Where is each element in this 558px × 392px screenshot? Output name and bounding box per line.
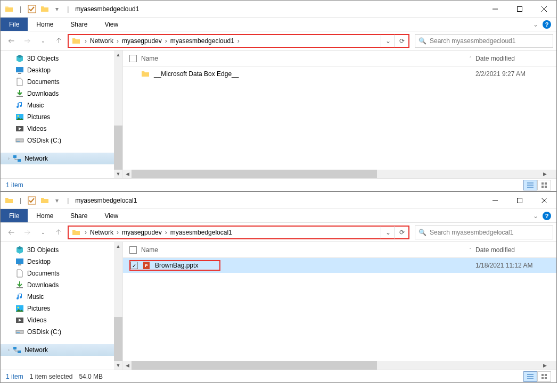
- scrollbar-vertical[interactable]: ▲▼: [114, 51, 122, 178]
- address-dropdown[interactable]: ⌄: [381, 35, 395, 47]
- sidebar-item-osdisk[interactable]: OSDisk (C:): [1, 135, 122, 146]
- breadcrumb-segment[interactable]: myasesmbedgecloud1: [168, 37, 236, 45]
- search-box[interactable]: 🔍: [415, 226, 553, 239]
- sidebar-item-downloads[interactable]: Downloads: [1, 88, 122, 99]
- file-row[interactable]: ✓ P BrownBag.pptx 1/18/2021 11:12 AM: [123, 258, 556, 273]
- file-list[interactable]: Name ˆ Date modified ✓ P BrownBag.pptx 1…: [123, 242, 556, 370]
- maximize-button[interactable]: [507, 192, 532, 209]
- icons-view-button[interactable]: [537, 371, 551, 382]
- sidebar-item-videos[interactable]: Videos: [1, 123, 122, 135]
- recent-dropdown[interactable]: ⌄: [36, 225, 51, 240]
- file-row[interactable]: __Microsoft Data Box Edge__ 2/2/2021 9:2…: [123, 66, 556, 81]
- scroll-up-icon[interactable]: ▲: [114, 242, 122, 251]
- home-tab[interactable]: Home: [28, 18, 62, 31]
- chevron-down-icon[interactable]: ⌄: [533, 21, 538, 28]
- sidebar-item-desktop[interactable]: Desktop: [1, 256, 122, 268]
- sidebar-item-documents[interactable]: Documents: [1, 76, 122, 88]
- sidebar-item-network[interactable]: ›Network: [1, 153, 122, 164]
- share-tab[interactable]: Share: [62, 18, 96, 31]
- address-bar[interactable]: › Network › myasegpudev › myasesmbedgecl…: [68, 34, 409, 48]
- scroll-down-icon[interactable]: ▼: [114, 170, 122, 178]
- file-name[interactable]: BrownBag.pptx: [155, 262, 198, 269]
- nav-pane[interactable]: 3D Objects Desktop Documents Downloads M…: [1, 51, 123, 178]
- chevron-right-icon[interactable]: ›: [8, 347, 10, 353]
- view-tab[interactable]: View: [96, 18, 127, 31]
- scroll-left-icon[interactable]: ◀: [123, 170, 132, 178]
- share-tab[interactable]: Share: [62, 209, 96, 222]
- scrollbar-horizontal[interactable]: ◀▶: [123, 361, 549, 370]
- chevron-right-icon[interactable]: ›: [116, 37, 120, 45]
- sidebar-item-desktop[interactable]: Desktop: [1, 64, 122, 76]
- maximize-button[interactable]: [507, 1, 532, 18]
- scroll-thumb[interactable]: [132, 361, 377, 370]
- refresh-button[interactable]: ⟳: [395, 35, 408, 47]
- search-input[interactable]: [430, 229, 549, 236]
- dropdown-icon[interactable]: ▾: [55, 5, 59, 13]
- details-view-button[interactable]: [523, 180, 537, 190]
- sort-indicator-icon[interactable]: ˆ: [470, 56, 471, 61]
- recent-dropdown[interactable]: ⌄: [36, 34, 51, 48]
- chevron-right-icon[interactable]: ›: [164, 229, 168, 236]
- select-all-checkbox[interactable]: [129, 246, 137, 254]
- up-button[interactable]: 🡡: [52, 225, 67, 240]
- file-tab[interactable]: File: [1, 209, 28, 222]
- column-date[interactable]: Date modified: [475, 55, 550, 62]
- file-name[interactable]: __Microsoft Data Box Edge__: [154, 70, 471, 78]
- column-name[interactable]: Name: [141, 55, 158, 62]
- chevron-right-icon[interactable]: ›: [116, 229, 120, 236]
- back-button[interactable]: 🡠: [4, 225, 19, 240]
- chevron-right-icon[interactable]: ›: [164, 37, 168, 45]
- address-bar[interactable]: › Network › myasegpudev › myasesmbedgelo…: [68, 226, 409, 239]
- view-tab[interactable]: View: [96, 209, 127, 222]
- chevron-right-icon[interactable]: ›: [84, 229, 88, 236]
- up-button[interactable]: 🡡: [52, 34, 67, 48]
- scroll-down-icon[interactable]: ▼: [114, 361, 122, 370]
- search-box[interactable]: 🔍: [415, 34, 553, 48]
- sidebar-item-videos[interactable]: Videos: [1, 314, 122, 326]
- breadcrumb-segment[interactable]: Network: [88, 229, 116, 236]
- file-tab[interactable]: File: [1, 18, 28, 31]
- address-dropdown[interactable]: ⌄: [381, 226, 395, 239]
- chevron-right-icon[interactable]: ›: [84, 37, 88, 45]
- sidebar-item-osdisk[interactable]: OSDisk (C:): [1, 326, 122, 338]
- chevron-right-icon[interactable]: ›: [236, 37, 241, 45]
- breadcrumb-segment[interactable]: myasegpudev: [120, 37, 164, 45]
- dropdown-icon[interactable]: ▾: [55, 197, 59, 204]
- sidebar-item-pictures[interactable]: Pictures: [1, 303, 122, 314]
- help-icon[interactable]: ?: [543, 20, 551, 29]
- close-button[interactable]: [532, 1, 556, 18]
- scroll-right-icon[interactable]: ▶: [540, 170, 549, 178]
- help-icon[interactable]: ?: [543, 212, 551, 220]
- scroll-thumb[interactable]: [114, 317, 122, 361]
- chevron-right-icon[interactable]: ›: [8, 156, 10, 161]
- scroll-up-icon[interactable]: ▲: [114, 51, 122, 59]
- scroll-left-icon[interactable]: ◀: [123, 361, 132, 370]
- scroll-thumb[interactable]: [114, 126, 122, 170]
- minimize-button[interactable]: [483, 192, 507, 209]
- minimize-button[interactable]: [483, 1, 507, 18]
- nav-pane[interactable]: 3D Objects Desktop Documents Downloads M…: [1, 242, 123, 370]
- back-button[interactable]: 🡠: [4, 34, 19, 48]
- scrollbar-vertical[interactable]: ▲▼: [114, 242, 122, 370]
- checkbox-icon[interactable]: [28, 5, 36, 13]
- sidebar-item-music[interactable]: Music: [1, 291, 122, 303]
- sort-indicator-icon[interactable]: ˆ: [470, 247, 471, 253]
- title-bar[interactable]: | ▾ | myasesmbedgecloud1: [1, 1, 556, 18]
- column-date[interactable]: Date modified: [475, 246, 550, 254]
- sidebar-item-3d-objects[interactable]: 3D Objects: [1, 244, 122, 256]
- close-button[interactable]: [532, 192, 556, 209]
- select-all-checkbox[interactable]: [129, 55, 137, 62]
- sidebar-item-documents[interactable]: Documents: [1, 268, 122, 279]
- sidebar-item-3d-objects[interactable]: 3D Objects: [1, 53, 122, 64]
- title-bar[interactable]: | ▾ | myasesmbedgelocal1: [1, 192, 556, 209]
- breadcrumb-segment[interactable]: Network: [88, 37, 116, 45]
- checkbox-icon[interactable]: [28, 196, 36, 205]
- icons-view-button[interactable]: [537, 180, 551, 190]
- file-checkbox[interactable]: ✓: [130, 262, 138, 269]
- breadcrumb-segment[interactable]: myasesmbedgelocal1: [168, 229, 234, 236]
- breadcrumb-segment[interactable]: myasegpudev: [120, 229, 164, 236]
- search-input[interactable]: [430, 37, 549, 45]
- chevron-down-icon[interactable]: ⌄: [533, 212, 538, 220]
- details-view-button[interactable]: [523, 371, 537, 382]
- sidebar-item-network[interactable]: ›Network: [1, 344, 122, 356]
